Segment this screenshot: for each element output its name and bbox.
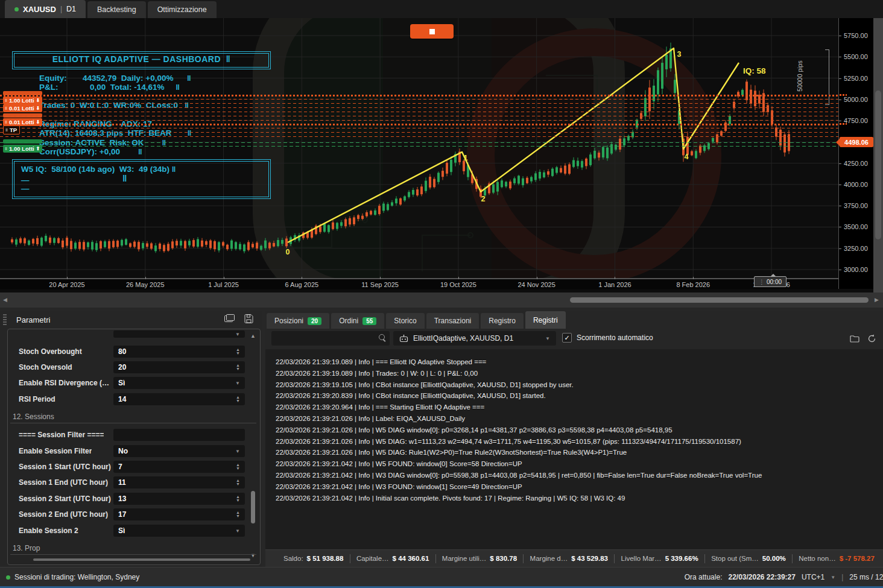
- horizontal-scroll-thumb[interactable]: [570, 297, 869, 303]
- param-dropdown[interactable]: ▼: [113, 330, 245, 338]
- autoscroll-checkbox[interactable]: ✓ Scorrimento automatico: [562, 333, 653, 343]
- stepper-arrows-icon[interactable]: ▲▼: [236, 463, 240, 470]
- tp-tag[interactable]: ‖TP: [3, 125, 20, 134]
- date-tick: [693, 277, 694, 279]
- stepper-arrows-icon[interactable]: ▲▼: [236, 396, 240, 403]
- dock-tab-registro[interactable]: Registro: [481, 313, 524, 329]
- param-input[interactable]: [113, 429, 245, 441]
- lot-size-tag[interactable]: [3, 91, 42, 95]
- param-stepper[interactable]: 7▲▼: [113, 461, 245, 473]
- arrow-up-icon: ⬆: [36, 146, 40, 151]
- price-tick: [839, 185, 841, 185]
- cbot-instance-selector[interactable]: ElliottIQadaptive, XAUUSD, D1 ▼: [393, 331, 556, 346]
- date-tick: [537, 277, 537, 279]
- param-dropdown[interactable]: Sì▼: [113, 525, 245, 537]
- status-separator: [350, 554, 350, 563]
- lot-size-tag[interactable]: ‖1.00 Lotti⬆: [3, 145, 42, 153]
- param-label: Stoch Overbought: [19, 347, 82, 356]
- popout-window-icon[interactable]: [224, 314, 235, 323]
- chart-tab-xauusd-d1[interactable]: XAUUSD | D1: [5, 0, 86, 18]
- date-tick: [302, 277, 302, 279]
- lot-size-tag[interactable]: ‖1.00 Lotti⬇: [3, 96, 42, 104]
- vertical-scroll-thumb[interactable]: [875, 90, 881, 239]
- param-stepper[interactable]: 11▲▼: [113, 476, 245, 488]
- dashboard-stat-line: Regime: RANGING ADX: 17: [39, 119, 152, 128]
- dock-tab-label: Registri: [533, 316, 558, 324]
- price-axis-label: 4000.00: [844, 181, 868, 188]
- tab-ottimizzazione[interactable]: Ottimizzazione: [148, 1, 217, 18]
- param-scroll-thumb[interactable]: [251, 491, 255, 523]
- current-time-label: Ora attuale:: [685, 573, 723, 581]
- dock-tab-label: Posizioni: [274, 317, 303, 325]
- checkbox-checked-icon[interactable]: ✓: [562, 333, 572, 343]
- param-label: Enable RSI Divergence (…: [19, 379, 109, 387]
- status-value: 50.00%: [762, 555, 786, 562]
- stepper-arrows-icon[interactable]: ▲▼: [236, 348, 240, 355]
- param-value: 80: [118, 347, 236, 356]
- search-input[interactable]: [275, 332, 374, 346]
- status-item: Livello Mar…5 339.66%: [621, 555, 698, 562]
- status-item: Stop out (Sm…50.00%: [711, 555, 786, 562]
- lot-size-tag[interactable]: [3, 139, 42, 144]
- date-axis[interactable]: 20 Apr 202526 May 20251 Jul 20256 Aug 20…: [0, 279, 838, 289]
- lot-size-tag[interactable]: [3, 113, 42, 118]
- save-icon[interactable]: [244, 314, 253, 323]
- stepper-arrows-icon[interactable]: ▲▼: [236, 495, 240, 502]
- param-stepper[interactable]: 17▲▼: [113, 508, 245, 520]
- arrow-down-icon: ⬇: [36, 119, 40, 125]
- param-dropdown[interactable]: Sì▼: [113, 377, 245, 389]
- price-tick: [839, 36, 841, 36]
- dock-tab-label: Storico: [394, 317, 416, 325]
- connection-dot-icon: [6, 575, 10, 580]
- refresh-icon[interactable]: [865, 332, 878, 345]
- status-value: $ -7 578.27: [840, 555, 875, 562]
- chevron-down-icon: ▼: [831, 575, 835, 580]
- dock-tab-storico[interactable]: Storico: [386, 313, 424, 329]
- app-footer: Sessioni di trading: Wellington, Sydney …: [0, 567, 883, 588]
- scroll-left-icon[interactable]: ◀: [3, 297, 7, 303]
- param-stepper[interactable]: 80▲▼: [113, 346, 245, 358]
- param-scroll-up-icon[interactable]: ▲: [250, 333, 256, 339]
- chart-horizontal-scrollbar[interactable]: ◀ ▶: [0, 292, 883, 308]
- status-label: Netto non…: [799, 555, 835, 562]
- param-stepper[interactable]: 20▲▼: [113, 361, 245, 373]
- dock-tab-posizioni[interactable]: Posizioni20: [267, 313, 329, 329]
- stop-cbot-button[interactable]: [410, 24, 454, 39]
- log-line: 22/03/2026 21:39:19.105 | Info | CBot in…: [276, 379, 883, 391]
- elliott-dashboard-overlay: ELLIOTT IQ ADAPTIVE — DASHBOARD ‖ Equity…: [12, 51, 270, 202]
- stepper-arrows-icon[interactable]: ▲▼: [236, 364, 240, 371]
- chart-vertical-scrollbar[interactable]: [873, 18, 883, 292]
- footer-separator: |: [841, 573, 843, 581]
- price-tick: [839, 121, 841, 121]
- log-output[interactable]: 22/03/2026 21:39:19.089 | Info | === Ell…: [265, 349, 883, 549]
- lot-size-tag[interactable]: ‖0.01 Lotti⬇: [3, 104, 42, 112]
- param-stepper[interactable]: 13▲▼: [113, 493, 245, 505]
- timezone-selector[interactable]: UTC+1: [802, 573, 824, 581]
- status-label: Margine utili…: [442, 555, 487, 562]
- log-line: 22/03/2026 21:39:20.839 | Info | CBot in…: [276, 390, 883, 402]
- log-line: 22/03/2026 21:39:21.026 | Info | Label: …: [276, 413, 883, 425]
- account-status-bar: Saldo:$ 51 938.88Capitale…$ 44 360.61Mar…: [265, 549, 883, 567]
- dock-tabs: Posizioni20Ordini55StoricoTransazioniReg…: [267, 311, 566, 329]
- param-value: 11: [118, 478, 236, 487]
- dashboard-w5-line: —: [21, 175, 30, 185]
- param-dropdown[interactable]: No▼: [113, 445, 245, 457]
- param-hscroll-thumb[interactable]: [33, 558, 250, 561]
- stepper-arrows-icon[interactable]: ▲▼: [236, 479, 240, 486]
- dock-tab-transazioni[interactable]: Transazioni: [426, 313, 479, 329]
- status-separator: [614, 554, 615, 563]
- stepper-arrows-icon[interactable]: ▲▼: [236, 511, 240, 518]
- tab-backtesting[interactable]: Backtesting: [87, 1, 146, 18]
- drag-grip-icon[interactable]: [3, 314, 7, 325]
- dock-tab-ordini[interactable]: Ordini55: [331, 313, 384, 329]
- param-stepper[interactable]: 14▲▼: [113, 393, 245, 405]
- param-scroll-down-icon[interactable]: ▼: [250, 552, 256, 558]
- log-search-box[interactable]: [271, 331, 390, 346]
- price-tick: [839, 163, 841, 164]
- scroll-right-icon[interactable]: ▶: [875, 297, 879, 303]
- open-folder-icon[interactable]: [848, 332, 861, 345]
- param-section-divider: [10, 554, 256, 555]
- price-axis[interactable]: 5750.005500.005250.005000.004750.004250.…: [838, 18, 874, 289]
- status-label: Saldo:: [283, 555, 303, 562]
- dock-tab-registri[interactable]: Registri: [525, 311, 566, 329]
